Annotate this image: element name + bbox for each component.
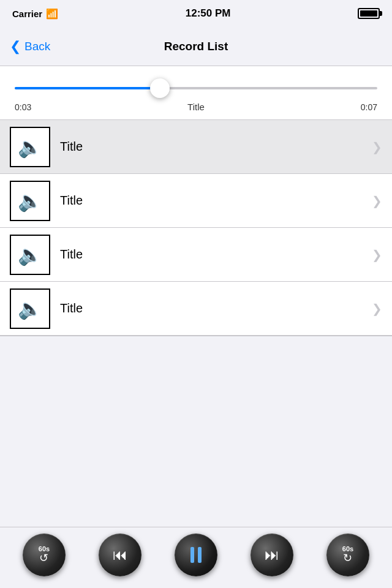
carrier-info: Carrier 📶 (12, 8, 58, 20)
skip-fwd-button[interactable]: 60s ↻ (326, 533, 369, 576)
record-item[interactable]: 🔈 Title ❯ (0, 120, 392, 174)
page-title: Record List (164, 40, 228, 53)
wifi-icon: 📶 (46, 8, 58, 20)
record-icon-wrap: 🔈 (10, 181, 50, 221)
record-item[interactable]: 🔈 Title ❯ (0, 282, 392, 336)
next-track-button[interactable]: ⏭ (251, 533, 293, 576)
track-title-label: Title (187, 102, 205, 112)
back-button[interactable]: ❮ Back (10, 40, 50, 53)
carrier-label: Carrier (12, 9, 42, 19)
chevron-right-icon: ❯ (372, 140, 382, 154)
chevron-right-icon: ❯ (372, 247, 382, 262)
status-bar: Carrier 📶 12:50 PM (0, 0, 392, 27)
record-item-label: Title (60, 140, 372, 154)
speaker-icon: 🔈 (18, 245, 42, 265)
player-section: 0:03 Title 0:07 (0, 66, 392, 120)
speaker-icon: 🔈 (18, 191, 42, 211)
record-item[interactable]: 🔈 Title ❯ (0, 228, 392, 282)
speaker-icon: 🔈 (18, 299, 42, 318)
pause-bar-left (190, 547, 194, 563)
chevron-right-icon: ❯ (372, 194, 382, 208)
skip-back-button[interactable]: 60s ↺ (23, 533, 66, 576)
prev-track-icon: ⏮ (113, 546, 127, 564)
next-track-icon: ⏭ (265, 546, 279, 564)
record-item-label: Title (60, 301, 372, 315)
pause-button[interactable] (175, 533, 217, 576)
total-time-label: 0:07 (361, 102, 377, 112)
bottom-separator (0, 336, 392, 336)
back-label: Back (24, 40, 50, 53)
skip-fwd-arrow-icon: ↻ (343, 552, 352, 564)
skip-back-arrow-icon: ↺ (39, 552, 48, 564)
transport-bar: 60s ↺ ⏮ ⏭ 60s ↻ (0, 527, 392, 588)
progress-slider-container[interactable] (15, 77, 377, 99)
record-item-label: Title (60, 247, 372, 262)
record-icon-wrap: 🔈 (10, 235, 50, 275)
battery-fill (360, 10, 377, 17)
record-item[interactable]: 🔈 Title ❯ (0, 174, 392, 228)
status-time: 12:50 PM (186, 7, 231, 20)
skip-fwd-icon: 60s ↻ (342, 546, 353, 564)
pause-icon (190, 547, 202, 563)
record-item-label: Title (60, 194, 372, 208)
current-time-label: 0:03 (15, 102, 31, 112)
record-icon-wrap: 🔈 (10, 288, 50, 329)
pause-bar-right (198, 547, 202, 563)
record-icon-wrap: 🔈 (10, 127, 50, 167)
spacer (0, 336, 392, 409)
nav-bar: ❮ Back Record List (0, 27, 392, 66)
chevron-right-icon: ❯ (372, 301, 382, 316)
prev-track-button[interactable]: ⏮ (99, 533, 141, 576)
back-chevron-icon: ❮ (10, 40, 21, 53)
player-info-row: 0:03 Title 0:07 (15, 102, 377, 112)
skip-back-icon: 60s ↺ (39, 546, 50, 564)
speaker-icon: 🔈 (18, 137, 42, 157)
record-list: 🔈 Title ❯ 🔈 Title ❯ 🔈 Title ❯ 🔈 Title ❯ (0, 120, 392, 336)
battery-icon (358, 8, 380, 19)
